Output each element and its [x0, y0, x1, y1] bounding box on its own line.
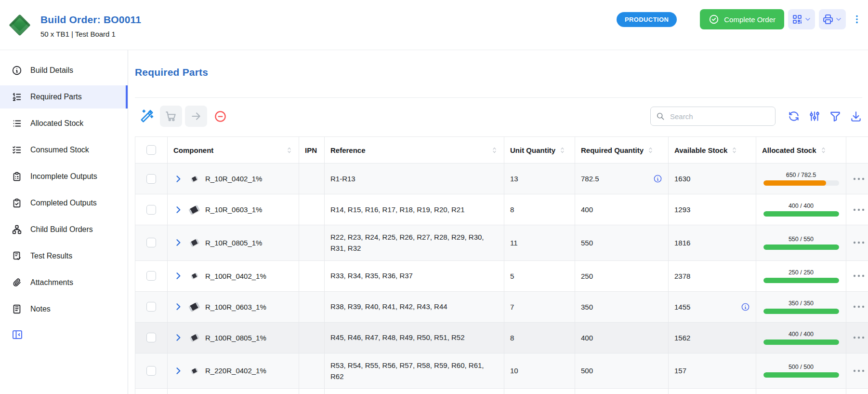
allocation-progress-fill [763, 340, 839, 345]
required-quantity-value: 250 [581, 272, 593, 280]
row-actions-menu-icon[interactable] [853, 206, 865, 214]
print-actions-button[interactable] [819, 9, 846, 29]
info-circle-icon[interactable] [653, 174, 662, 183]
reference-text: R45, R46, R47, R48, R49, R50, R51, R52 [330, 332, 498, 343]
available-stock-cell: 1562 [669, 322, 756, 353]
component-name[interactable]: R_100R_0603_1% [205, 303, 266, 311]
sidebar-item-build-details[interactable]: Build Details [0, 59, 128, 82]
expand-row-chevron-icon[interactable] [173, 238, 183, 247]
sort-arrows-icon[interactable] [559, 147, 566, 154]
complete-order-label: Complete Order [724, 15, 776, 24]
order-parts-cart-icon[interactable] [160, 106, 182, 127]
sidebar-item-incomplete-outputs[interactable]: Incomplete Outputs [0, 165, 128, 188]
column-header-available-stock[interactable]: Available Stock [669, 137, 756, 163]
allocation-progress-fill [763, 278, 839, 283]
download-icon[interactable] [850, 110, 862, 122]
allocation-progress-bar [763, 278, 839, 283]
reference-text: R33, R34, R35, R36, R37 [330, 270, 498, 281]
transfer-arrow-icon[interactable] [185, 106, 207, 127]
column-header-reference[interactable]: Reference [325, 137, 504, 163]
column-header-component[interactable]: Component [168, 137, 299, 163]
allocation-label: 500 / 500 [789, 364, 814, 370]
deallocate-minus-icon[interactable] [214, 110, 227, 123]
barcode-actions-button[interactable] [788, 9, 815, 29]
sort-arrows-icon[interactable] [647, 147, 654, 154]
row-checkbox[interactable] [146, 302, 156, 312]
component-cell: R_10R_0402_1% [168, 163, 299, 194]
allocation-progress-bar [763, 180, 839, 186]
refresh-icon[interactable] [788, 110, 800, 122]
row-select-cell [135, 225, 168, 261]
sort-arrows-icon[interactable] [286, 147, 293, 154]
row-actions-menu-icon[interactable] [853, 239, 865, 246]
list-check-icon [12, 145, 22, 155]
sidebar-item-allocated-stock[interactable]: Allocated Stock [0, 112, 128, 135]
collapse-sidebar-icon[interactable] [12, 329, 23, 340]
allocation-progress-bar [763, 340, 839, 345]
component-cell: R_100R_0805_1% [168, 322, 299, 353]
allocation-label: 250 / 250 [789, 269, 814, 276]
adjustments-icon[interactable] [808, 110, 821, 122]
row-checkbox[interactable] [146, 238, 156, 247]
column-header-label: Allocated Stock [762, 146, 816, 154]
expand-row-chevron-icon[interactable] [173, 302, 183, 312]
expand-row-chevron-icon[interactable] [173, 271, 183, 281]
component-name[interactable]: R_10R_0402_1% [205, 175, 262, 183]
column-header-required-quantity[interactable]: Required Quantity [575, 137, 669, 163]
sidebar-item-attachments[interactable]: Attachments [0, 271, 128, 294]
row-checkbox[interactable] [146, 205, 156, 215]
search-input[interactable] [669, 112, 770, 121]
available-stock-value: 1562 [674, 334, 690, 342]
ipn-cell [299, 353, 325, 389]
row-checkbox[interactable] [146, 333, 156, 342]
table-row: R_220R_0402_1%R53, R54, R55, R56, R57, R… [135, 353, 868, 389]
select-all-checkbox[interactable] [146, 145, 156, 155]
row-checkbox[interactable] [146, 174, 156, 184]
allocated-stock-cell: 650 / 782.5 [756, 163, 846, 194]
component-cell: R_100R_0402_1% [168, 260, 299, 291]
row-actions-menu-icon[interactable] [853, 367, 865, 375]
complete-order-button[interactable]: Complete Order [700, 9, 784, 29]
available-stock-cell: 157 [669, 353, 756, 389]
expand-row-chevron-icon[interactable] [173, 366, 183, 376]
reference-text: R14, R15, R16, R17, R18, R19, R20, R21 [330, 204, 498, 215]
row-actions-menu-icon[interactable] [853, 272, 865, 280]
component-name[interactable]: R_100R_0805_1% [205, 334, 266, 342]
component-name[interactable]: R_220R_0402_1% [205, 367, 266, 375]
sidebar-item-consumed-stock[interactable]: Consumed Stock [0, 138, 128, 162]
reference-cell: R53, R54, R55, R56, R57, R58, R59, R60, … [325, 353, 504, 389]
row-actions-cell [846, 194, 868, 225]
column-header-ipn: IPN [299, 137, 325, 163]
row-actions-menu-icon[interactable] [853, 175, 865, 183]
component-name[interactable]: R_100R_0402_1% [205, 272, 266, 280]
row-actions-menu-icon[interactable] [853, 334, 865, 341]
sort-arrows-icon[interactable] [491, 147, 498, 154]
sidebar-item-notes[interactable]: Notes [0, 298, 128, 321]
expand-row-chevron-icon[interactable] [173, 333, 183, 342]
reference-text: R38, R39, R40, R41, R42, R43, R44 [330, 301, 498, 312]
column-header-unit-quantity[interactable]: Unit Quantity [504, 137, 575, 163]
row-actions-menu-icon[interactable] [853, 303, 865, 311]
sidebar-item-child-build-orders[interactable]: Child Build Orders [0, 218, 128, 241]
table-row: R_100R_0603_1%R38, R39, R40, R41, R42, R… [135, 291, 868, 322]
sidebar-item-required-parts[interactable]: Required Parts [0, 85, 128, 109]
sort-arrows-icon[interactable] [820, 147, 827, 154]
expand-row-chevron-icon[interactable] [173, 174, 183, 184]
sort-arrows-icon[interactable] [731, 147, 738, 154]
column-header-allocated-stock[interactable]: Allocated Stock [756, 137, 846, 163]
filter-icon[interactable] [829, 110, 842, 122]
info-circle-icon[interactable] [741, 302, 750, 312]
auto-allocate-wand-icon[interactable] [140, 109, 154, 123]
row-checkbox[interactable] [146, 271, 156, 281]
component-name[interactable]: R_10R_0805_1% [205, 239, 262, 247]
sidebar-item-completed-outputs[interactable]: Completed Outputs [0, 191, 128, 215]
unit-quantity-cell: 7 [504, 389, 575, 394]
expand-row-chevron-icon[interactable] [173, 205, 183, 215]
select-all-header-cell [135, 137, 168, 163]
row-checkbox[interactable] [146, 366, 156, 376]
component-name[interactable]: R_10R_0603_1% [205, 205, 262, 214]
component-thumbnail [186, 235, 202, 250]
kebab-menu-icon[interactable] [852, 11, 862, 27]
sidebar-item-test-results[interactable]: Test Results [0, 245, 128, 268]
component-cell: R_220R_0402_1% [168, 353, 299, 389]
